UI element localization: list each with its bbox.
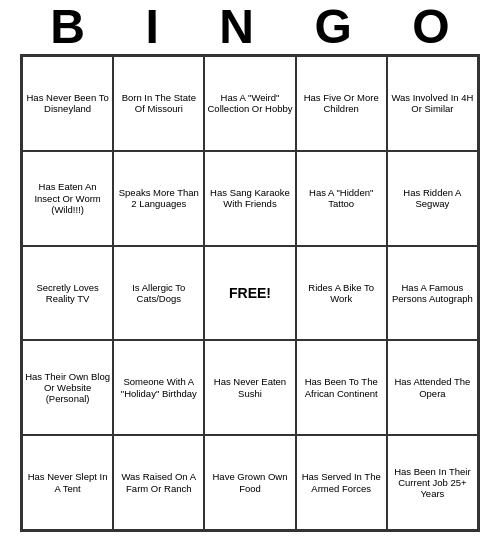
bingo-cell-11: Is Allergic To Cats/Dogs	[113, 246, 204, 341]
bingo-cell-14: Has A Famous Persons Autograph	[387, 246, 478, 341]
bingo-cell-23: Has Served In The Armed Forces	[296, 435, 387, 530]
bingo-grid: Has Never Been To DisneylandBorn In The …	[20, 54, 480, 532]
bingo-cell-16: Someone With A "Holiday" Birthday	[113, 340, 204, 435]
bingo-letter: B	[50, 3, 85, 51]
bingo-letter: N	[219, 3, 254, 51]
bingo-cell-5: Has Eaten An Insect Or Worm (Wild!!!)	[22, 151, 113, 246]
bingo-cell-22: Have Grown Own Food	[204, 435, 295, 530]
bingo-cell-10: Secretly Loves Reality TV	[22, 246, 113, 341]
bingo-cell-8: Has A "Hidden" Tattoo	[296, 151, 387, 246]
bingo-cell-17: Has Never Eaten Sushi	[204, 340, 295, 435]
bingo-letter: I	[145, 3, 158, 51]
bingo-cell-20: Has Never Slept In A Tent	[22, 435, 113, 530]
bingo-letter: G	[314, 3, 351, 51]
bingo-cell-2: Has A "Weird" Collection Or Hobby	[204, 56, 295, 151]
bingo-cell-9: Has Ridden A Segway	[387, 151, 478, 246]
bingo-cell-15: Has Their Own Blog Or Website (Personal)	[22, 340, 113, 435]
bingo-cell-3: Has Five Or More Children	[296, 56, 387, 151]
bingo-cell-19: Has Attended The Opera	[387, 340, 478, 435]
bingo-cell-1: Born In The State Of Missouri	[113, 56, 204, 151]
bingo-cell-6: Speaks More Than 2 Languages	[113, 151, 204, 246]
bingo-cell-4: Was Involved In 4H Or Similar	[387, 56, 478, 151]
bingo-cell-7: Has Sang Karaoke With Friends	[204, 151, 295, 246]
bingo-cell-24: Has Been In Their Current Job 25+ Years	[387, 435, 478, 530]
bingo-cell-13: Rides A Bike To Work	[296, 246, 387, 341]
bingo-header: BINGO	[20, 0, 480, 54]
bingo-cell-0: Has Never Been To Disneyland	[22, 56, 113, 151]
bingo-cell-18: Has Been To The African Continent	[296, 340, 387, 435]
bingo-cell-12: FREE!	[204, 246, 295, 341]
bingo-cell-21: Was Raised On A Farm Or Ranch	[113, 435, 204, 530]
bingo-letter: O	[412, 3, 449, 51]
